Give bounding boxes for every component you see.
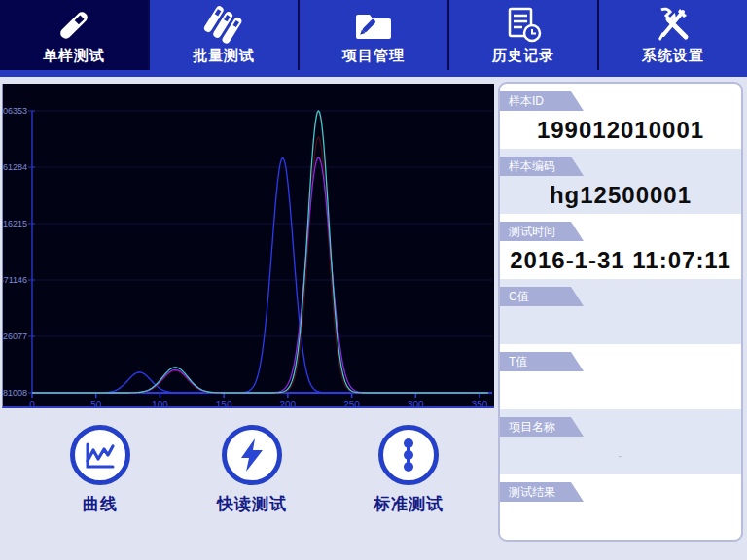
batch-strips-icon bbox=[202, 6, 245, 45]
field-label-chip: 项目名称 bbox=[500, 417, 584, 437]
x-tick-label: 200 bbox=[280, 400, 297, 406]
field-label-chip: 测试时间 bbox=[500, 222, 584, 241]
field-c-value: C值 bbox=[500, 279, 741, 344]
test-strip-icon bbox=[54, 6, 93, 45]
field-label-chip: C值 bbox=[500, 287, 584, 306]
field-label-chip: 样本ID bbox=[500, 91, 584, 111]
chart-curve-magenta bbox=[32, 158, 488, 393]
y-tick-label: 3306353 bbox=[3, 106, 27, 116]
sample-info-card: 样本ID 199012010001 样本编码 hg12500001 测试时间 2… bbox=[498, 82, 743, 542]
test-result-value bbox=[500, 502, 741, 540]
x-tick-label: 50 bbox=[90, 400, 102, 406]
dots-strip-icon bbox=[378, 425, 439, 485]
chart-curve-dark-red bbox=[32, 137, 488, 393]
field-label-chip: 样本编码 bbox=[500, 157, 584, 176]
x-tick-label: 150 bbox=[216, 400, 232, 406]
tab-history[interactable]: 历史记录 bbox=[449, 0, 599, 70]
quick-read-test-button[interactable]: 快读测试 bbox=[191, 425, 313, 515]
field-test-time: 测试时间 2016-1-31 11:07:11 bbox=[500, 214, 741, 279]
tab-label: 单样测试 bbox=[43, 47, 105, 65]
sample-id-value: 199012010001 bbox=[500, 111, 741, 149]
tab-label: 项目管理 bbox=[342, 47, 405, 65]
field-t-value: T值 bbox=[500, 344, 741, 409]
tab-label: 系统设置 bbox=[642, 47, 704, 65]
tab-batch-test[interactable]: 批量测试 bbox=[150, 0, 300, 70]
project-name-value: - bbox=[500, 437, 741, 474]
field-sample-id: 样本ID 199012010001 bbox=[500, 84, 741, 149]
y-tick-label: 2661284 bbox=[3, 162, 27, 172]
chart-curve-blue bbox=[32, 158, 488, 394]
y-tick-label: 2016215 bbox=[3, 219, 27, 228]
x-tick-label: 300 bbox=[408, 400, 424, 406]
standard-test-button[interactable]: 标准测试 bbox=[347, 425, 470, 515]
top-nav: 单样测试 批量测试 bbox=[0, 0, 747, 70]
tab-label: 历史记录 bbox=[492, 47, 554, 65]
test-time-value: 2016-1-31 11:07:11 bbox=[500, 241, 741, 279]
y-tick-label: 81008 bbox=[3, 388, 27, 398]
tools-icon bbox=[653, 6, 694, 45]
c-value bbox=[500, 306, 741, 344]
t-value bbox=[500, 371, 741, 409]
field-sample-code: 样本编码 hg12500001 bbox=[500, 149, 741, 214]
action-label: 曲线 bbox=[83, 493, 118, 515]
sample-code-value: hg12500001 bbox=[500, 176, 741, 214]
action-label: 标准测试 bbox=[374, 493, 444, 515]
field-label-chip: T值 bbox=[500, 352, 584, 371]
field-test-result: 测试结果 bbox=[500, 474, 741, 540]
document-clock-icon bbox=[503, 6, 544, 45]
curve-button[interactable]: 曲线 bbox=[39, 425, 161, 515]
x-tick-label: 0 bbox=[29, 400, 35, 406]
folder-pen-icon bbox=[353, 6, 394, 45]
y-tick-label: 726077 bbox=[3, 332, 27, 341]
x-tick-label: 250 bbox=[343, 400, 360, 406]
tab-single-sample-test[interactable]: 单样测试 bbox=[0, 0, 150, 70]
tab-label: 批量测试 bbox=[193, 47, 255, 65]
x-tick-label: 100 bbox=[152, 400, 168, 406]
curve-icon bbox=[70, 425, 130, 485]
lightning-icon bbox=[222, 425, 282, 485]
chart-svg: 8100872607713711462016215266128433063530… bbox=[3, 84, 494, 406]
x-tick-label: 350 bbox=[472, 400, 488, 406]
tab-project-management[interactable]: 项目管理 bbox=[300, 0, 449, 70]
tab-system-settings[interactable]: 系统设置 bbox=[599, 0, 747, 70]
nav-underline-strip bbox=[0, 70, 747, 77]
field-project-name: 项目名称 - bbox=[500, 409, 741, 474]
field-label-chip: 测试结果 bbox=[500, 482, 584, 502]
fluorescence-chart-panel: 8100872607713711462016215266128433063530… bbox=[2, 84, 494, 408]
chart-curve-cyan bbox=[32, 111, 488, 393]
y-tick-label: 1371146 bbox=[3, 275, 27, 285]
action-label: 快读测试 bbox=[217, 493, 287, 515]
